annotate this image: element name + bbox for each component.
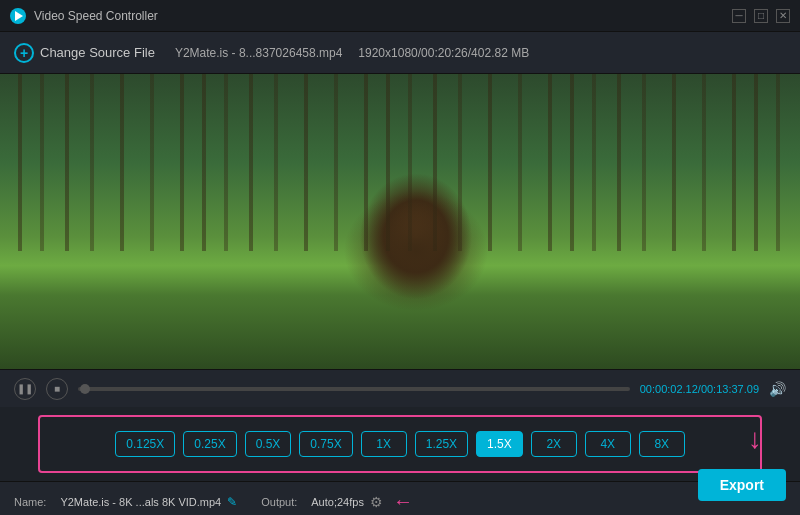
close-button[interactable]: ✕ bbox=[776, 9, 790, 23]
speed-btn-4X[interactable]: 4X bbox=[585, 431, 631, 457]
bottom-controls: Name: Y2Mate.is - 8K ...als 8K VID.mp4 ✎… bbox=[0, 481, 800, 515]
speed-buttons-container: 0.125X0.25X0.5X0.75X1X1.25X1.5X2X4X8X bbox=[38, 415, 762, 473]
video-area bbox=[0, 74, 800, 369]
output-value: Auto;24fps bbox=[311, 496, 364, 508]
file-name-value: Y2Mate.is - 8K ...als 8K VID.mp4 bbox=[60, 496, 221, 508]
edit-icon[interactable]: ✎ bbox=[227, 495, 237, 509]
speed-section: 0.125X0.25X0.5X0.75X1X1.25X1.5X2X4X8X bbox=[18, 415, 782, 473]
title-bar: Video Speed Controller ─ □ ✕ bbox=[0, 0, 800, 32]
stop-icon: ■ bbox=[54, 383, 60, 394]
title-bar-left: Video Speed Controller bbox=[10, 8, 158, 24]
app-title: Video Speed Controller bbox=[34, 9, 158, 23]
speed-btn-05X[interactable]: 0.5X bbox=[245, 431, 292, 457]
speed-btn-0125X[interactable]: 0.125X bbox=[115, 431, 175, 457]
file-info: Y2Mate.is - 8...837026458.mp4 1920x1080/… bbox=[175, 46, 529, 60]
progress-bar[interactable] bbox=[78, 387, 630, 391]
progress-handle[interactable] bbox=[80, 384, 90, 394]
time-display: 00:00:02.12/00:13:37.09 bbox=[640, 383, 759, 395]
main-content: ❚❚ ■ 00:00:02.12/00:13:37.09 🔊 0.125X0.2… bbox=[0, 74, 800, 515]
speed-btn-075X[interactable]: 0.75X bbox=[299, 431, 352, 457]
output-label: Output: bbox=[261, 496, 297, 508]
speed-btn-2X[interactable]: 2X bbox=[531, 431, 577, 457]
file-name-display: Y2Mate.is - 8K ...als 8K VID.mp4 ✎ bbox=[60, 495, 237, 509]
toolbar: + Change Source File Y2Mate.is - 8...837… bbox=[0, 32, 800, 74]
volume-icon[interactable]: 🔊 bbox=[769, 381, 786, 397]
window-controls: ─ □ ✕ bbox=[732, 9, 790, 23]
export-button[interactable]: Export bbox=[698, 469, 786, 501]
minimize-button[interactable]: ─ bbox=[732, 9, 746, 23]
arrow-down-indicator: ↓ bbox=[748, 425, 762, 453]
output-display: Auto;24fps ⚙ ← bbox=[311, 490, 413, 513]
pause-icon: ❚❚ bbox=[17, 383, 33, 394]
controls-bar: ❚❚ ■ 00:00:02.12/00:13:37.09 🔊 bbox=[0, 369, 800, 407]
speed-buttons: 0.125X0.25X0.5X0.75X1X1.25X1.5X2X4X8X bbox=[115, 431, 685, 457]
arrow-left-hint: ← bbox=[393, 490, 413, 513]
maximize-button[interactable]: □ bbox=[754, 9, 768, 23]
svg-marker-0 bbox=[15, 11, 23, 21]
video-preview bbox=[0, 74, 800, 369]
speed-btn-8X[interactable]: 8X bbox=[639, 431, 685, 457]
change-source-button[interactable]: + Change Source File bbox=[14, 43, 155, 63]
bottom-bar: Name: Y2Mate.is - 8K ...als 8K VID.mp4 ✎… bbox=[0, 481, 800, 515]
video-thumbnail bbox=[0, 74, 800, 369]
pause-button[interactable]: ❚❚ bbox=[14, 378, 36, 400]
speed-btn-025X[interactable]: 0.25X bbox=[183, 431, 236, 457]
speed-btn-15X[interactable]: 1.5X bbox=[476, 431, 523, 457]
app-icon bbox=[10, 8, 26, 24]
speed-btn-1X[interactable]: 1X bbox=[361, 431, 407, 457]
change-source-label: Change Source File bbox=[40, 45, 155, 60]
file-name: Y2Mate.is - 8...837026458.mp4 bbox=[175, 46, 342, 60]
file-details: 1920x1080/00:20:26/402.82 MB bbox=[358, 46, 529, 60]
speed-btn-125X[interactable]: 1.25X bbox=[415, 431, 468, 457]
add-icon: + bbox=[14, 43, 34, 63]
name-label: Name: bbox=[14, 496, 46, 508]
stop-button[interactable]: ■ bbox=[46, 378, 68, 400]
settings-icon[interactable]: ⚙ bbox=[370, 494, 383, 510]
